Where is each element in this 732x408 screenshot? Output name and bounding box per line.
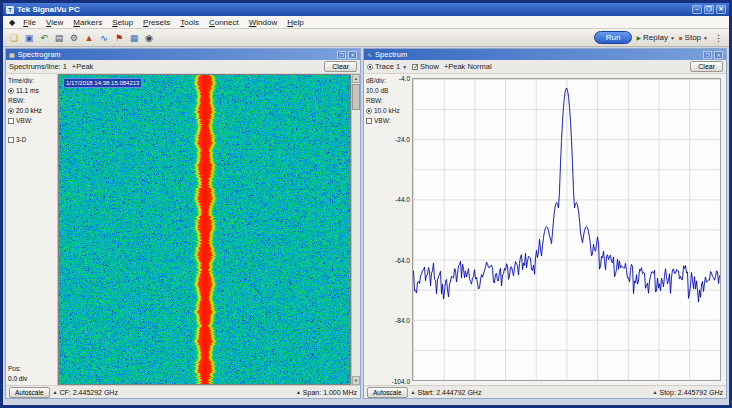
- menu-presets[interactable]: Presets: [138, 18, 175, 27]
- y-tick-label: -24.0: [384, 135, 410, 142]
- spectrum-trace-icon[interactable]: ∿: [97, 31, 111, 45]
- close-button[interactable]: ✕: [716, 5, 726, 14]
- menu-window[interactable]: Window: [244, 18, 282, 27]
- stop-knob-icon[interactable]: ▲: [653, 389, 658, 395]
- spectrogram-display[interactable]: 1/17/2018 14:38:15.084213: [58, 74, 351, 385]
- stop-label: Stop:: [659, 389, 675, 396]
- workspace: ▦ Spectrogram ❐ ✕ Spectrums/line: 1 +Pea…: [3, 47, 729, 405]
- panel-restore-icon[interactable]: ❐: [703, 51, 712, 59]
- menu-help[interactable]: Help: [282, 18, 308, 27]
- spectrum-clear-button[interactable]: Clear: [690, 61, 723, 72]
- main-toolbar: ❏ ▣ ↶ ▤ ⚙ ▲ ∿ ⚑ ▦ ◉ Run ▶ Replay ▼ ■ Sto…: [3, 29, 729, 47]
- undo-icon[interactable]: ↶: [37, 31, 51, 45]
- menu-file[interactable]: File: [18, 18, 41, 27]
- pos-label: Pos:: [8, 365, 21, 372]
- db-div-label: dB/div:: [366, 77, 386, 84]
- spectrogram-detector-label[interactable]: +Peak: [72, 62, 93, 71]
- spectrum-autoscale-button[interactable]: Autoscale: [367, 387, 408, 398]
- span-value[interactable]: 1.000 MHz: [323, 389, 357, 396]
- spectrums-per-line-value[interactable]: 1: [63, 62, 67, 71]
- vbw-checkbox[interactable]: [366, 118, 372, 124]
- open-icon[interactable]: ❏: [7, 31, 21, 45]
- acquire-icon[interactable]: ▲: [82, 31, 96, 45]
- y-tick-label: -84.0: [384, 317, 410, 324]
- start-value[interactable]: 2.444792 GHz: [436, 389, 481, 396]
- threed-checkbox[interactable]: [8, 137, 14, 143]
- spectrogram-clear-button[interactable]: Clear: [324, 61, 357, 72]
- rbw-radio[interactable]: [366, 108, 372, 114]
- spectrogram-panel-titlebar[interactable]: ▦ Spectrogram ❐ ✕: [6, 49, 360, 60]
- panel-close-icon[interactable]: ✕: [714, 51, 723, 59]
- vbw-label: VBW:: [16, 117, 33, 124]
- menu-connect[interactable]: Connect: [204, 18, 244, 27]
- spectrums-per-line-label: Spectrums/line:: [9, 62, 61, 71]
- time-div-radio[interactable]: [8, 88, 14, 94]
- panel-close-icon[interactable]: ✕: [348, 51, 357, 59]
- replay-icon: ▶: [636, 34, 641, 41]
- spectrum-settings-bar: Trace 1 ▼ Show +Peak Normal Clear: [364, 60, 726, 74]
- y-tick-label: -104.0: [384, 378, 410, 385]
- settings-icon[interactable]: ⚙: [67, 31, 81, 45]
- print-icon[interactable]: ▤: [52, 31, 66, 45]
- cf-knob-icon[interactable]: ▲: [53, 389, 58, 395]
- spectrogram-scrollbar[interactable]: ▲ ▼: [351, 74, 360, 385]
- y-tick-label: -44.0: [384, 196, 410, 203]
- trace-radio[interactable]: [367, 64, 373, 70]
- chevron-down-icon: ▼: [402, 64, 407, 70]
- minimize-button[interactable]: –: [692, 5, 702, 14]
- span-knob-icon[interactable]: ▲: [296, 389, 301, 395]
- spectrogram-status-bar: Autoscale ▲ CF: 2.445292 GHz ▲ Span: 1.0…: [6, 385, 360, 398]
- menu-app-icon[interactable]: ◆: [6, 18, 18, 27]
- run-button[interactable]: Run: [594, 31, 633, 44]
- spectrum-panel: ∿ Spectrum ❐ ✕ Trace 1 ▼ Show +Peak Norm…: [363, 48, 727, 399]
- trace-selector[interactable]: Trace 1: [375, 62, 400, 71]
- spectrogram-panel-icon: ▦: [9, 51, 15, 58]
- y-tick-label: -64.0: [384, 256, 410, 263]
- overflow-menu-icon[interactable]: ⋮: [712, 33, 725, 43]
- displays-icon[interactable]: ▦: [127, 31, 141, 45]
- rbw-value[interactable]: 20.0 kHz: [16, 107, 42, 114]
- pos-value[interactable]: 0.0 div: [8, 375, 27, 382]
- time-div-label: Time/div:: [8, 77, 34, 84]
- menu-markers[interactable]: Markers: [68, 18, 107, 27]
- scrollbar-thumb[interactable]: [352, 84, 360, 110]
- spectrum-panel-titlebar[interactable]: ∿ Spectrum ❐ ✕: [364, 49, 726, 60]
- time-div-value[interactable]: 11.1 ms: [16, 87, 39, 94]
- rbw-value[interactable]: 10.0 kHz: [374, 107, 400, 114]
- db-div-value[interactable]: 10.0 dB: [366, 87, 388, 94]
- spectrum-graph[interactable]: -4.0 -24.0 -44.0 -64.0 -84.0 -104.0: [412, 78, 721, 381]
- cf-value[interactable]: 2.445292 GHz: [73, 389, 118, 396]
- spectrum-trace-canvas[interactable]: [413, 79, 720, 380]
- spectrogram-canvas[interactable]: [59, 75, 350, 384]
- menu-tools[interactable]: Tools: [175, 18, 204, 27]
- vbw-checkbox[interactable]: [8, 118, 14, 124]
- spectrogram-panel-title: Spectrogram: [18, 50, 61, 59]
- spectrogram-timestamp: 1/17/2018 14:38:15.084213: [63, 78, 142, 88]
- scroll-up-icon[interactable]: ▲: [352, 74, 360, 83]
- show-checkbox[interactable]: [412, 64, 418, 70]
- spectrum-panel-icon: ∿: [367, 51, 372, 58]
- save-icon[interactable]: ▣: [22, 31, 36, 45]
- spectrum-detector-label[interactable]: +Peak Normal: [444, 62, 492, 71]
- cf-label: CF:: [60, 389, 71, 396]
- scroll-down-icon[interactable]: ▼: [352, 376, 360, 385]
- replay-button[interactable]: ▶ Replay ▼: [636, 33, 674, 42]
- stop-button[interactable]: ■ Stop ▼: [679, 33, 708, 42]
- menu-view[interactable]: View: [41, 18, 68, 27]
- markers-icon[interactable]: ⚑: [112, 31, 126, 45]
- app-icon: T: [6, 6, 14, 14]
- threed-label: 3-D: [16, 136, 26, 143]
- spectrogram-panel: ▦ Spectrogram ❐ ✕ Spectrums/line: 1 +Pea…: [5, 48, 361, 399]
- maximize-button[interactable]: ❐: [704, 5, 714, 14]
- span-label: Span:: [303, 389, 321, 396]
- rbw-radio[interactable]: [8, 108, 14, 114]
- spectrogram-autoscale-button[interactable]: Autoscale: [9, 387, 50, 398]
- menu-setup[interactable]: Setup: [107, 18, 138, 27]
- stop-value[interactable]: 2.445792 GHz: [678, 389, 723, 396]
- chevron-down-icon: ▼: [703, 35, 708, 41]
- vbw-label: VBW:: [374, 117, 391, 124]
- window-titlebar[interactable]: T Tek SignalVu PC – ❐ ✕: [3, 3, 729, 16]
- capture-icon[interactable]: ◉: [142, 31, 156, 45]
- panel-restore-icon[interactable]: ❐: [337, 51, 346, 59]
- start-knob-icon[interactable]: ▲: [411, 389, 416, 395]
